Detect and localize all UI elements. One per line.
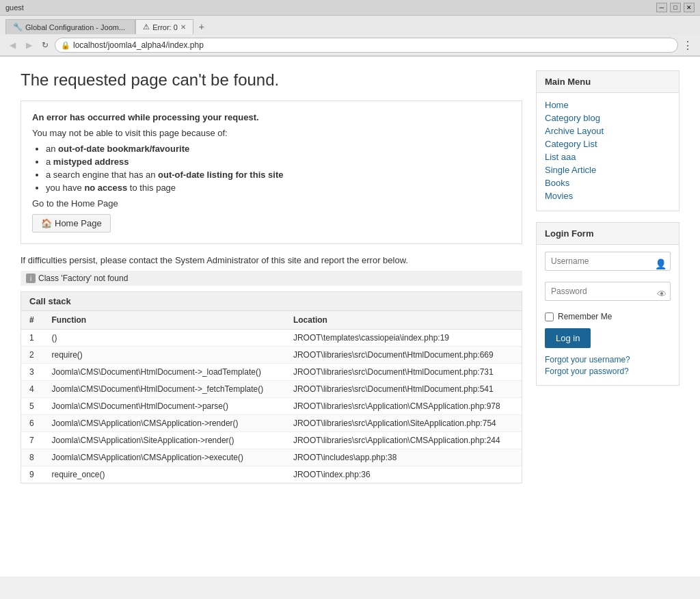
goto-home-text: Go to the Home Page — [32, 198, 511, 209]
back-button[interactable]: ◀ — [5, 38, 19, 52]
cell-location: JROOT\libraries\src\Document\HtmlDocumen… — [285, 381, 522, 398]
menu-item-books: Books — [545, 178, 671, 188]
maximize-button[interactable]: □ — [670, 3, 681, 12]
tab-favicon-1: 🔧 — [13, 23, 23, 31]
callstack-container: Call stack # Function Location 1()JROOT\… — [21, 291, 522, 483]
cell-num: 4 — [21, 381, 43, 398]
home-button-label: Home Page — [55, 218, 102, 228]
browser-window: guest ─ □ ✕ 🔧 Global Configuration - Joo… — [0, 0, 700, 57]
cell-func: () — [43, 330, 284, 347]
menu-link-category-blog[interactable]: Category blog — [545, 113, 600, 123]
callstack-header-row: # Function Location — [21, 311, 522, 330]
username-wrap: 👤 — [545, 252, 671, 276]
password-input[interactable] — [545, 282, 671, 301]
password-wrap: 👁 — [545, 282, 671, 306]
col-num: # — [21, 311, 43, 330]
cell-num: 6 — [21, 415, 43, 432]
table-row: 1()JROOT\templates\cassiopeia\index.php:… — [21, 330, 522, 347]
url-lock-icon: 🔒 — [61, 41, 70, 50]
page-title: The requested page can't be found. — [21, 70, 522, 90]
cell-num: 1 — [21, 330, 43, 347]
main-menu-title: Main Menu — [537, 71, 679, 93]
table-row: 8Joomla\CMS\Application\CMSApplication->… — [21, 449, 522, 466]
menu-item-list-aaa: List aaa — [545, 152, 671, 162]
forgot-username-link[interactable]: Forgot your username? — [545, 355, 671, 364]
info-icon: i — [26, 274, 36, 283]
cell-num: 2 — [21, 347, 43, 364]
callstack-header: Call stack — [21, 292, 522, 311]
remember-me-checkbox[interactable] — [545, 312, 554, 321]
error-description: You may not be able to visit this page b… — [32, 128, 511, 138]
reason-bold-4: no access — [84, 183, 127, 193]
table-row: 6Joomla\CMS\Application\CMSApplication->… — [21, 415, 522, 432]
tab-error[interactable]: ⚠ Error: 0 ✕ — [135, 19, 193, 34]
browser-menu-button[interactable]: ⋮ — [681, 38, 695, 52]
login-links: Forgot your username? Forgot your passwo… — [545, 355, 671, 376]
cell-num: 8 — [21, 449, 43, 466]
cell-location: JROOT\templates\cassiopeia\index.php:19 — [285, 330, 522, 347]
cell-num: 9 — [21, 466, 43, 483]
cell-func: require() — [43, 347, 284, 364]
remember-me-label: Remember Me — [558, 312, 612, 321]
cell-num: 7 — [21, 432, 43, 449]
reload-button[interactable]: ↻ — [38, 38, 52, 52]
menu-item-movies: Movies — [545, 191, 671, 201]
menu-link-movies[interactable]: Movies — [545, 191, 573, 201]
forgot-password-link[interactable]: Forgot your password? — [545, 367, 671, 376]
tab-close-2[interactable]: ✕ — [180, 23, 186, 31]
list-item: a mistyped address — [46, 157, 511, 167]
cell-location: JROOT\index.php:36 — [285, 466, 522, 483]
main-content-area: The requested page can't be found. An er… — [21, 70, 522, 563]
menu-link-single-article[interactable]: Single Article — [545, 165, 596, 175]
cell-func: Joomla\CMS\Application\CMSApplication->e… — [43, 449, 284, 466]
menu-item-archive-layout: Archive Layout — [545, 126, 671, 136]
menu-item-category-blog: Category blog — [545, 113, 671, 123]
home-icon: 🏠 — [41, 218, 52, 228]
cell-func: Joomla\CMS\Application\CMSApplication->r… — [43, 415, 284, 432]
list-item: you have no access to this page — [46, 183, 511, 193]
page-content: The requested page can't be found. An er… — [0, 57, 700, 576]
menu-link-home[interactable]: Home — [545, 100, 569, 110]
remember-me-row: Remember Me — [545, 312, 671, 321]
sidebar: Main Menu HomeCategory blogArchive Layou… — [536, 70, 679, 563]
reason-bold-3: out-of-date listing for this site — [158, 170, 283, 180]
username-input[interactable] — [545, 252, 671, 271]
title-bar: guest ─ □ ✕ — [0, 0, 700, 16]
new-tab-button[interactable]: + — [193, 18, 210, 35]
close-button[interactable]: ✕ — [684, 3, 695, 12]
callstack-table: # Function Location 1()JROOT\templates\c… — [21, 311, 522, 483]
table-row: 3Joomla\CMS\Document\HtmlDocument->_load… — [21, 364, 522, 381]
main-menu-links: HomeCategory blogArchive LayoutCategory … — [545, 100, 671, 201]
tab-label-2: Error: 0 — [152, 23, 178, 31]
login-form-body: 👤 👁 Remember Me Log in Forgot your usern… — [537, 245, 679, 385]
list-item: a search engine that has an out-of-date … — [46, 170, 511, 180]
cell-func: require_once() — [43, 466, 284, 483]
home-page-button[interactable]: 🏠 Home Page — [32, 214, 111, 232]
tab-global-config[interactable]: 🔧 Global Configuration - Joom... — [5, 19, 135, 34]
reason-bold-2: mistyped address — [53, 157, 129, 167]
window-controls[interactable]: ─ □ ✕ — [656, 3, 695, 12]
persist-message: If difficulties persist, please contact … — [21, 255, 522, 265]
menu-link-category-list[interactable]: Category List — [545, 139, 597, 149]
cell-location: JROOT\includes\app.php:38 — [285, 449, 522, 466]
error-box: An error has occurred while processing y… — [21, 101, 522, 244]
minimize-button[interactable]: ─ — [656, 3, 667, 12]
eye-icon[interactable]: 👁 — [657, 289, 667, 300]
login-button[interactable]: Log in — [545, 328, 591, 348]
table-row: 5Joomla\CMS\Document\HtmlDocument->parse… — [21, 398, 522, 415]
menu-link-list-aaa[interactable]: List aaa — [545, 152, 576, 162]
login-form-title: Login Form — [537, 223, 679, 245]
menu-link-archive-layout[interactable]: Archive Layout — [545, 126, 604, 136]
cell-func: Joomla\CMS\Document\HtmlDocument->parse(… — [43, 398, 284, 415]
title-bar-text: guest — [5, 3, 24, 12]
forward-button[interactable]: ▶ — [22, 38, 36, 52]
cell-num: 5 — [21, 398, 43, 415]
menu-item-home: Home — [545, 100, 671, 110]
cell-location: JROOT\libraries\src\Application\SiteAppl… — [285, 415, 522, 432]
url-bar[interactable]: 🔒 localhost/joomla4_alpha4/index.php — [55, 38, 678, 53]
menu-link-books[interactable]: Books — [545, 178, 569, 188]
cell-location: JROOT\libraries\src\Document\HtmlDocumen… — [285, 347, 522, 364]
url-text: localhost/joomla4_alpha4/index.php — [73, 40, 204, 50]
cell-func: Joomla\CMS\Document\HtmlDocument->_fetch… — [43, 381, 284, 398]
factory-error-bar: i Class 'Factory' not found — [21, 271, 522, 286]
